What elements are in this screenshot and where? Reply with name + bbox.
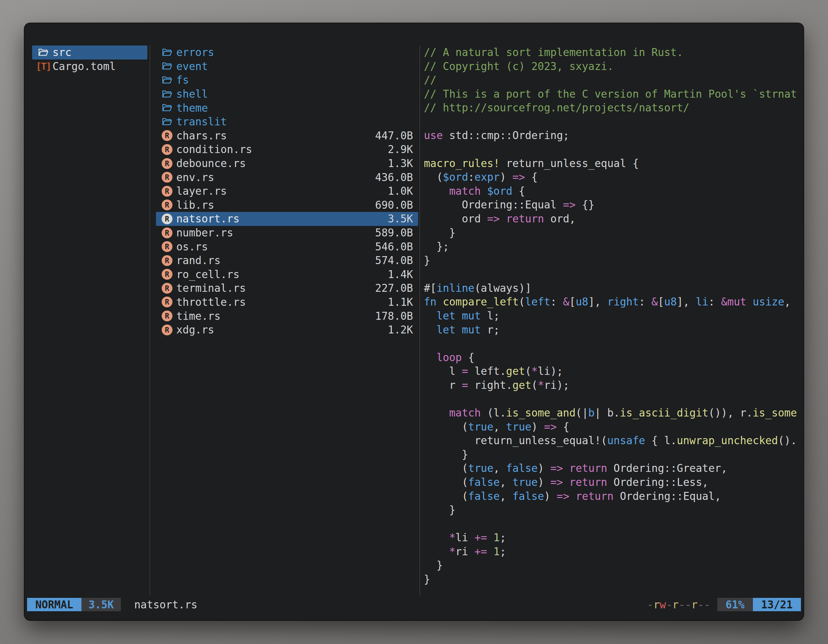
file-name: throttle.rs bbox=[176, 296, 246, 308]
rust-gear-glyph: R bbox=[162, 310, 172, 321]
file-size: 3.5K bbox=[388, 213, 413, 225]
file-row-ro_cell.rs[interactable]: Rro_cell.rs1.4K bbox=[156, 268, 418, 282]
rust-file-icon: R bbox=[160, 268, 174, 281]
file-row-debounce.rs[interactable]: Rdebounce.rs1.3K bbox=[156, 157, 418, 171]
file-row-time.rs[interactable]: Rtime.rs178.0B bbox=[156, 309, 418, 323]
file-name: number.rs bbox=[176, 227, 233, 239]
code-line: ord => return ord, bbox=[424, 212, 801, 226]
file-row-fs[interactable]: fs bbox=[156, 73, 418, 87]
rust-gear-glyph: R bbox=[162, 296, 172, 307]
code-line: } bbox=[424, 226, 801, 240]
rust-file-icon: R bbox=[160, 171, 174, 184]
file-row-translit[interactable]: translit bbox=[156, 115, 418, 129]
rust-gear-glyph: R bbox=[162, 172, 172, 183]
file-name: event bbox=[176, 60, 208, 72]
rust-gear-glyph: R bbox=[162, 283, 172, 294]
file-size: 2.9K bbox=[388, 143, 413, 155]
file-row-shell[interactable]: shell bbox=[156, 87, 418, 101]
rust-file-icon: R bbox=[160, 185, 174, 198]
code-line: *ri += 1; bbox=[424, 545, 801, 559]
file-row-terminal.rs[interactable]: Rterminal.rs227.0B bbox=[156, 281, 418, 295]
file-name: fs bbox=[176, 74, 189, 86]
preview-pane: // A natural sort implementation in Rust… bbox=[424, 45, 801, 596]
file-name: natsort.rs bbox=[176, 213, 240, 225]
file-row-condition.rs[interactable]: Rcondition.rs2.9K bbox=[156, 143, 418, 157]
file-size: 546.0B bbox=[375, 241, 413, 253]
file-name: src bbox=[52, 46, 72, 58]
file-size: 1.4K bbox=[388, 268, 413, 280]
rust-file-icon: R bbox=[160, 143, 174, 156]
code-line: loop { bbox=[424, 351, 801, 365]
file-row-src[interactable]: src bbox=[32, 45, 147, 60]
file-row-number.rs[interactable]: Rnumber.rs589.0B bbox=[156, 226, 418, 240]
file-size: 227.0B bbox=[375, 282, 413, 294]
rust-gear-glyph: R bbox=[162, 324, 172, 335]
current-pane: errors event fs shell theme translitRcha… bbox=[156, 45, 418, 337]
file-row-throttle.rs[interactable]: Rthrottle.rs1.1K bbox=[156, 295, 418, 309]
file-size: 1.0K bbox=[388, 185, 413, 197]
toml-file-icon: [T] bbox=[37, 60, 50, 73]
file-row-xdg.rs[interactable]: Rxdg.rs1.2K bbox=[156, 323, 418, 337]
file-row-env.rs[interactable]: Renv.rs436.0B bbox=[156, 170, 418, 184]
file-name: Cargo.toml bbox=[52, 60, 116, 72]
folder-icon bbox=[160, 60, 174, 73]
rust-gear-glyph: R bbox=[162, 213, 172, 224]
file-row-chars.rs[interactable]: Rchars.rs447.0B bbox=[156, 129, 418, 143]
rust-file-icon: R bbox=[160, 309, 174, 323]
file-size: 690.0B bbox=[375, 199, 413, 211]
file-row-layer.rs[interactable]: Rlayer.rs1.0K bbox=[156, 184, 418, 198]
file-row-theme[interactable]: theme bbox=[156, 101, 418, 115]
file-row-event[interactable]: event bbox=[156, 60, 418, 74]
file-size: 1.1K bbox=[388, 296, 413, 308]
code-line bbox=[424, 517, 801, 531]
file-name: xdg.rs bbox=[176, 324, 214, 336]
code-line: }; bbox=[424, 240, 801, 254]
pane-divider-right bbox=[419, 45, 420, 595]
code-line: } bbox=[424, 503, 801, 517]
file-name: condition.rs bbox=[176, 143, 252, 155]
file-size: 178.0B bbox=[375, 310, 413, 322]
code-line: // A natural sort implementation in Rust… bbox=[424, 45, 801, 60]
rust-file-icon: R bbox=[160, 157, 174, 170]
file-size-badge: 3.5K bbox=[82, 598, 121, 611]
file-name: time.rs bbox=[176, 310, 221, 322]
code-line bbox=[424, 392, 801, 406]
desktop-background: src[T]Cargo.toml errors event fs shell t… bbox=[0, 0, 828, 644]
code-line: Ordering::Equal => {} bbox=[424, 198, 801, 212]
file-row-Cargo.toml[interactable]: [T]Cargo.toml bbox=[32, 60, 147, 74]
rust-file-icon: R bbox=[160, 282, 174, 295]
code-line: (true, true) => { bbox=[424, 420, 801, 434]
file-row-errors[interactable]: errors bbox=[156, 45, 418, 60]
code-line bbox=[424, 267, 801, 281]
code-line: r = right.get(*ri); bbox=[424, 378, 801, 392]
file-name: ro_cell.rs bbox=[176, 268, 240, 280]
file-name: layer.rs bbox=[176, 185, 227, 197]
file-size: 1.3K bbox=[388, 157, 413, 169]
folder-icon bbox=[160, 46, 174, 59]
file-row-natsort.rs[interactable]: Rnatsort.rs3.5K bbox=[156, 212, 418, 226]
code-line: // bbox=[424, 73, 801, 87]
file-name: translit bbox=[176, 116, 227, 128]
scroll-percent-badge: 61% bbox=[717, 598, 753, 611]
file-size: 589.0B bbox=[375, 227, 413, 239]
rust-gear-glyph: R bbox=[162, 241, 172, 252]
rust-gear-glyph: R bbox=[162, 186, 172, 197]
folder-icon bbox=[160, 101, 174, 114]
file-row-rand.rs[interactable]: Rrand.rs574.0B bbox=[156, 254, 418, 268]
file-row-os.rs[interactable]: Ros.rs546.0B bbox=[156, 240, 418, 254]
rust-gear-glyph: R bbox=[162, 130, 172, 141]
code-line bbox=[424, 115, 801, 129]
code-line: #[inline(always)] bbox=[424, 281, 801, 295]
rust-file-icon: R bbox=[160, 212, 174, 226]
folder-icon bbox=[160, 115, 174, 128]
file-row-lib.rs[interactable]: Rlib.rs690.0B bbox=[156, 198, 418, 212]
pane-divider-left bbox=[149, 45, 150, 595]
file-name: lib.rs bbox=[176, 199, 214, 211]
status-filename: natsort.rs bbox=[134, 599, 198, 611]
code-line: (false, false) => return Ordering::Equal… bbox=[424, 489, 801, 503]
file-name: errors bbox=[176, 46, 214, 58]
code-line: let mut l; bbox=[424, 309, 801, 323]
rust-file-icon: R bbox=[160, 198, 174, 212]
file-name: debounce.rs bbox=[176, 157, 246, 169]
rust-gear-glyph: R bbox=[162, 158, 172, 169]
